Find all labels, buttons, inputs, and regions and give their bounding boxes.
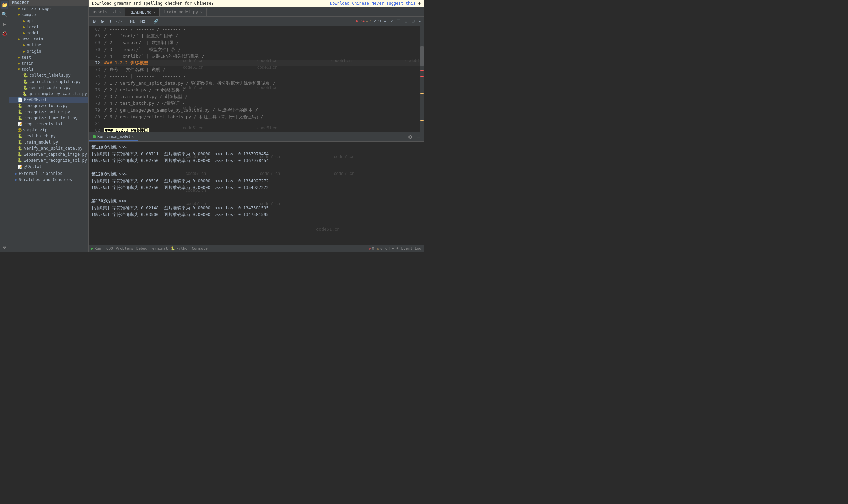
language-status[interactable]: CH ♦ ♦ (385, 246, 399, 251)
terminal-status[interactable]: Terminal (150, 246, 168, 251)
panel-tab-run-label: Run (98, 134, 105, 139)
status-bar: ▶ Run TODO Problems Debug Terminal (89, 245, 424, 252)
sidebar-item-external-libs[interactable]: ▶ External Libraries (10, 170, 88, 177)
tab-close-assets[interactable]: ✕ (119, 11, 121, 14)
tab-assets-txt[interactable]: assets.txt ✕ (89, 8, 125, 16)
scrollbar-thumb[interactable] (420, 46, 424, 66)
tab-close-readme[interactable]: ✕ (153, 11, 155, 14)
py-file-icon: 🐍 (17, 152, 22, 157)
download-chinese-link[interactable]: Download Chinese (330, 1, 369, 6)
tab-label-assets: assets.txt (93, 10, 117, 15)
sidebar-project-header[interactable]: Project (10, 0, 88, 6)
sidebar-item-local[interactable]: ▶ local (10, 24, 88, 30)
line-num-77: 77 (89, 93, 103, 100)
code-line-78: 78 / 4 / test_batch.py / 批量验证 / (89, 100, 420, 107)
warning-count-status[interactable]: ⚠ 0 (377, 246, 382, 251)
panel-close-btn[interactable]: ─ (415, 134, 421, 141)
sidebar-item-sample-zip[interactable]: 🗜 sample.zip (10, 127, 88, 133)
sidebar-item-webserver_recognize[interactable]: 🐍 webserver_recognize_api.py (10, 157, 88, 163)
zip-file-icon: 🗜 (18, 128, 21, 132)
link-button[interactable]: 🔗 (151, 18, 160, 24)
sidebar-item-webserver_captcha[interactable]: 🐍 webserver_captcha_image.py (10, 151, 88, 157)
run-tab-close[interactable]: ✕ (132, 135, 134, 139)
view-grid-btn[interactable]: ⊞ (403, 18, 409, 24)
console-content[interactable]: code51.cn code51.cn code51.cn code51.cn … (89, 142, 424, 245)
line-num-79: 79 (89, 107, 103, 113)
code-editor[interactable]: code51.cn code51.cn code51.cn code51.cn … (89, 26, 420, 132)
sidebar-label-scratches: Scratches and Consoles (19, 177, 72, 182)
sidebar-item-online[interactable]: ▶ online (10, 42, 88, 48)
problems-status[interactable]: Problems (116, 246, 134, 251)
strikethrough-button[interactable]: S̶ (99, 18, 106, 24)
sidebar-item-readme[interactable]: 📄 README.md (10, 97, 88, 103)
panel-gear-btn[interactable]: ⚙ (407, 134, 414, 141)
python-console-status[interactable]: 🐍 Python Console (171, 246, 208, 251)
sidebar-item-origin[interactable]: ▶ origin (10, 48, 88, 54)
tab-train-model-py[interactable]: train_model.py ✕ (160, 8, 206, 16)
todo-status[interactable]: TODO (104, 246, 113, 251)
grammar-gear-icon[interactable]: ⚙ (418, 1, 421, 6)
line-num-78: 78 (89, 100, 103, 107)
sidebar-item-recognize_time_test[interactable]: 🐍 recognize_time_test.py (10, 115, 88, 121)
sidebar-item-test[interactable]: ▶ test (10, 54, 88, 60)
sidebar-label-recognize_online: recognize_online.py (24, 109, 70, 114)
sidebar-item-verify_and_split[interactable]: 🐍 verify_and_split_data.py (10, 145, 88, 151)
warning-count-label: 0 (380, 246, 383, 251)
sidebar-item-train_model[interactable]: 🐍 train_model.py (10, 139, 88, 145)
code-line-80: 80 / 6 / gen_image/collect_labels.py / 标… (89, 113, 420, 120)
sidebar-item-recognize_online[interactable]: 🐍 recognize_online.py (10, 109, 88, 115)
folder-icon: ▼ (18, 6, 20, 11)
sidebar-item-collect_labels[interactable]: 🐍 collect_labels.py (10, 72, 88, 78)
sidebar-item-api[interactable]: ▶ api (10, 18, 88, 24)
py-file-icon: 🐍 (18, 109, 22, 114)
sidebar-item-scratches[interactable]: ▶ Scratches and Consoles (10, 177, 88, 183)
tab-readme-md[interactable]: README.md ✕ (125, 8, 160, 16)
activity-search-icon[interactable]: 🔍 (1, 11, 8, 18)
grammar-actions: Download Chinese Never suggest this ⚙ (330, 1, 421, 6)
error-count-status[interactable]: ⊗ 0 (369, 246, 374, 251)
activity-debug-icon[interactable]: 🐞 (1, 30, 8, 37)
sidebar-item-requirements[interactable]: 📝 requirements.txt (10, 121, 88, 127)
event-log-status[interactable]: Event Log (401, 246, 421, 251)
debug-status[interactable]: Debug (136, 246, 147, 251)
line-content-80: / 6 / gen_image/collect_labels.py / 标注工具… (103, 113, 420, 120)
sidebar-label-gen_md_content: gen_md_content.py (29, 85, 71, 90)
italic-button[interactable]: I (107, 18, 113, 24)
sidebar-item-tools[interactable]: ▼ tools (10, 66, 88, 72)
sidebar-item-gen_md_content[interactable]: 🐍 gen_md_content.py (10, 85, 88, 91)
sidebar-item-gen_sample_by_captcha[interactable]: 🐍 gen_sample_by_captcha.py (10, 91, 88, 97)
activity-run-icon[interactable]: ▶ (1, 20, 8, 28)
run-status[interactable]: ▶ Run (91, 246, 102, 251)
never-suggest-link[interactable]: Never suggest this (372, 1, 416, 6)
scroll-up-btn[interactable]: ∧ (382, 18, 388, 24)
sidebar-item-train[interactable]: ▶ train (10, 60, 88, 66)
sidebar-item-model[interactable]: ▶ model (10, 30, 88, 36)
sidebar-item-recognize_local[interactable]: 🐍 recognize_local.py (10, 103, 88, 109)
sidebar-item-correction_captcha[interactable]: 🐍 correction_captcha.py (10, 78, 88, 85)
sidebar-item-new_train[interactable]: ▶ new_train (10, 36, 88, 42)
todo-label: TODO (104, 246, 113, 251)
sidebar-item-shafa[interactable]: 📝 沙发.txt (10, 163, 88, 170)
run-icon (93, 135, 96, 139)
panel-right: ⚙ ─ (407, 134, 424, 141)
view-split-btn[interactable]: ⊟ (410, 18, 416, 24)
sidebar-item-sample[interactable]: ▼ sample (10, 12, 88, 18)
python-console-label: Python Console (176, 246, 208, 251)
activity-settings-icon[interactable]: ⚙ (1, 243, 8, 251)
scroll-down-btn[interactable]: ∨ (389, 18, 394, 24)
sidebar-label-recognize_time_test: recognize_time_test.py (24, 115, 77, 120)
console-line-9: [验证集] 字符准确率为 0.03500 图片准确率为 0.00000 >>> … (91, 211, 421, 218)
warn-mark-1 (420, 93, 424, 94)
activity-project-icon[interactable]: 📁 (1, 1, 8, 9)
code-line-69: 69 / 2 | `sample/` | 数据集目录 / (89, 39, 420, 46)
panel-tab-run[interactable]: Run train_model ✕ (89, 133, 138, 141)
sidebar-item-resize_image[interactable]: ▼ resize_image (10, 6, 88, 12)
h2-button[interactable]: H2 (138, 19, 147, 24)
view-list-btn[interactable]: ☰ (396, 18, 402, 24)
h1-button[interactable]: H1 (128, 19, 137, 24)
code-button[interactable]: </> (114, 19, 124, 24)
view-side-btn[interactable]: ≡ (417, 19, 422, 24)
sidebar-item-test_batch[interactable]: 🐍 test_batch.py (10, 133, 88, 139)
bold-button[interactable]: B (91, 18, 98, 24)
tab-close-train[interactable]: ✕ (200, 11, 202, 14)
